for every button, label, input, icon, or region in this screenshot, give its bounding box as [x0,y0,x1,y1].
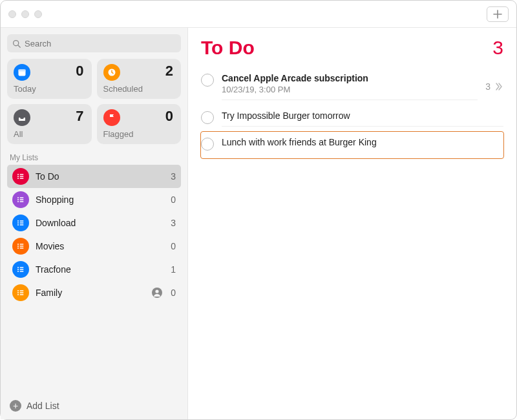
svg-rect-37 [20,290,24,291]
svg-point-12 [17,201,19,202]
svg-point-11 [17,199,19,200]
subtask-count: 3 [485,81,491,92]
search-field[interactable] [7,34,181,52]
list-bullet-icon [12,168,29,185]
list-name: To Do [36,171,164,182]
svg-point-22 [17,244,19,245]
smart-today-label: Today [14,84,36,94]
smart-all-label: All [14,129,23,139]
svg-point-34 [17,290,19,291]
calendar-icon [14,64,30,81]
svg-rect-13 [20,197,24,198]
reminder-subtitle: 10/23/19, 3:00 PM [222,85,478,94]
list-count: 3 [171,171,176,182]
svg-rect-20 [20,222,24,223]
my-lists: To Do3Shopping0Download3Movies0Tracfone1… [7,165,181,304]
list-name: Family [36,288,145,298]
svg-point-4 [17,174,19,175]
reminders-list: Cancel Apple Arcade subscription 10/23/1… [201,68,503,158]
svg-rect-38 [20,292,24,293]
add-list-button[interactable]: + Add List [7,396,181,414]
svg-point-41 [156,289,159,293]
reminder-item-selected[interactable]: Lunch with work friends at Burger King [201,132,503,158]
reminder-title: Cancel Apple Arcade subscription [222,73,478,83]
svg-rect-31 [20,267,24,268]
reminder-item[interactable]: Cancel Apple Arcade subscription 10/23/1… [201,68,503,105]
app-window: 0 Today 2 Scheduled 7 All [0,0,517,420]
list-name: Download [36,218,164,228]
list-name: Tracfone [36,264,164,275]
chevron-right-icon [494,83,502,90]
svg-point-23 [17,246,19,247]
svg-point-10 [17,197,19,198]
svg-point-35 [17,292,19,293]
list-bullet-icon [12,284,29,301]
sidebar-list-item[interactable]: Shopping0 [7,188,181,211]
plus-icon [493,10,502,19]
list-count: 1 [171,264,176,275]
smart-all[interactable]: 7 All [7,104,92,144]
reminder-body: Try Impossible Burger tomorrow [222,110,503,127]
smart-lists-grid: 0 Today 2 Scheduled 7 All [7,59,181,144]
reminder-title: Try Impossible Burger tomorrow [222,110,503,121]
smart-scheduled[interactable]: 2 Scheduled [97,59,182,99]
content-body: 0 Today 2 Scheduled 7 All [1,28,516,419]
complete-toggle[interactable] [201,74,214,87]
reminder-item[interactable]: Try Impossible Burger tomorrow [201,105,503,132]
list-title: To Do [201,37,492,59]
svg-point-18 [17,224,19,226]
reminder-body: Lunch with work friends at Burger King [222,137,503,153]
svg-rect-14 [20,199,24,200]
svg-point-24 [17,247,19,249]
svg-rect-32 [20,269,24,269]
list-bullet-icon [12,238,29,255]
plus-circle-icon: + [10,400,21,412]
list-count: 0 [171,194,176,205]
svg-point-5 [17,176,19,177]
svg-rect-21 [20,224,24,225]
svg-point-16 [17,220,19,222]
svg-rect-33 [20,271,24,271]
smart-today[interactable]: 0 Today [7,59,92,99]
svg-rect-15 [20,201,24,202]
titlebar [1,1,516,28]
svg-point-29 [17,269,19,270]
svg-rect-8 [20,176,24,176]
zoom-window-button[interactable] [34,10,42,18]
smart-today-count: 0 [76,63,83,79]
tray-icon [14,109,30,126]
search-input[interactable] [25,39,176,48]
reminder-title: Lunch with work friends at Burger King [222,137,503,147]
svg-rect-9 [20,178,24,178]
list-name: Movies [36,241,164,251]
list-header: To Do 3 [201,37,503,59]
flag-icon [103,109,120,126]
add-reminder-button[interactable] [487,6,509,22]
smart-flagged[interactable]: 0 Flagged [97,104,182,144]
svg-rect-7 [20,174,24,174]
svg-rect-27 [20,247,24,248]
list-bullet-icon [12,261,29,278]
list-count: 0 [171,241,176,251]
svg-point-30 [17,271,19,272]
subtasks-indicator[interactable]: 3 [485,73,503,100]
sidebar-list-item[interactable]: Family0 [7,281,181,304]
smart-flagged-label: Flagged [103,129,134,139]
svg-point-36 [17,294,19,295]
complete-toggle[interactable] [201,111,214,124]
smart-flagged-count: 0 [165,108,173,125]
sidebar-list-item[interactable]: Movies0 [7,235,181,258]
minimize-window-button[interactable] [21,10,29,18]
svg-rect-26 [20,246,24,246]
list-bullet-icon [12,191,29,208]
sidebar-list-item[interactable]: To Do3 [7,165,181,188]
close-window-button[interactable] [8,10,16,18]
list-name: Shopping [36,194,164,205]
main-panel: To Do 3 Cancel Apple Arcade subscription… [188,28,516,419]
reminder-body: Cancel Apple Arcade subscription 10/23/1… [222,73,478,100]
complete-toggle[interactable] [201,138,214,151]
sidebar-list-item[interactable]: Download3 [7,211,181,235]
sidebar-list-item[interactable]: Tracfone1 [7,258,181,281]
list-count: 0 [171,288,176,298]
svg-rect-19 [20,220,24,221]
